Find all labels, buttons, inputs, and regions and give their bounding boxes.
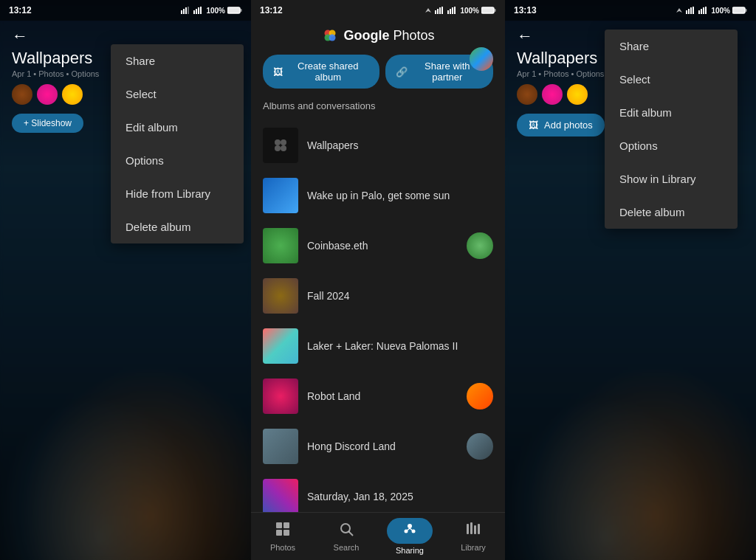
create-shared-album-button[interactable]: 🖼 Create shared album xyxy=(263,55,379,89)
svg-rect-4 xyxy=(193,10,195,14)
nav-item-library[interactable]: Library xyxy=(441,521,505,552)
google-text: Google Photos xyxy=(343,28,434,44)
svg-rect-29 xyxy=(284,522,289,528)
album-item-wallpapers[interactable]: Wallpapers xyxy=(251,120,505,170)
svg-rect-47 xyxy=(703,7,704,14)
add-photos-icon: 🖼 xyxy=(529,120,538,131)
action-buttons-row: 🖼 Create shared album 🔗 Share with partn… xyxy=(263,52,493,94)
svg-rect-6 xyxy=(198,7,199,14)
svg-rect-46 xyxy=(701,9,702,14)
album-item-4[interactable]: Laker + Laker: Nueva Palomas II xyxy=(251,321,505,371)
album-badge-2 xyxy=(467,232,493,259)
right-status-bar: 13:13 100% xyxy=(505,0,756,21)
svg-point-26 xyxy=(275,145,281,151)
svg-rect-5 xyxy=(196,9,197,14)
google-photos-logo: Google Photos xyxy=(263,21,493,52)
svg-rect-3 xyxy=(188,7,189,14)
album-name-3: Fall 2024 xyxy=(307,290,493,302)
slideshow-button[interactable]: + Slideshow xyxy=(12,114,83,133)
album-thumb-5 xyxy=(263,378,298,414)
right-menu-select[interactable]: Select xyxy=(605,63,738,96)
album-badge-5 xyxy=(467,383,493,409)
nav-item-photos[interactable]: Photos xyxy=(251,521,315,552)
center-status-bar: 13:12 100% xyxy=(251,0,505,21)
svg-rect-9 xyxy=(241,9,242,12)
svg-rect-7 xyxy=(200,7,202,14)
svg-rect-50 xyxy=(746,9,747,12)
svg-rect-41 xyxy=(686,10,687,14)
svg-rect-42 xyxy=(688,9,690,14)
svg-rect-15 xyxy=(450,9,451,14)
svg-rect-43 xyxy=(690,7,692,14)
svg-rect-44 xyxy=(693,7,694,14)
svg-rect-18 xyxy=(481,7,494,13)
right-dropdown-menu: Share Select Edit album Options Show in … xyxy=(605,30,738,229)
album-name-1: Wake up in Palo, get some sun xyxy=(307,190,493,201)
svg-rect-40 xyxy=(478,524,480,534)
right-avatar-1 xyxy=(517,84,537,105)
svg-point-24 xyxy=(275,139,281,145)
album-item-5[interactable]: Robot Land xyxy=(251,371,505,421)
photos-nav-icon xyxy=(275,521,291,541)
left-menu-select[interactable]: Select xyxy=(111,77,244,111)
create-album-icon: 🖼 xyxy=(273,66,283,77)
left-status-bar: 13:12 100% xyxy=(0,0,251,21)
avatar-1 xyxy=(12,84,32,105)
album-name-6: Hong Discord Land xyxy=(307,440,458,452)
left-menu-options[interactable]: Options xyxy=(111,144,244,177)
left-menu-delete-album[interactable]: Delete album xyxy=(111,210,244,243)
svg-rect-30 xyxy=(276,530,282,536)
svg-rect-8 xyxy=(227,7,240,13)
svg-rect-1 xyxy=(183,9,185,14)
svg-point-27 xyxy=(281,145,286,151)
svg-point-25 xyxy=(281,139,286,145)
album-item-3[interactable]: Fall 2024 xyxy=(251,271,505,321)
right-menu-show-library[interactable]: Show in Library xyxy=(605,162,738,196)
library-nav-icon xyxy=(465,521,481,541)
sharing-nav-icon xyxy=(387,518,433,544)
left-menu-hide-library[interactable]: Hide from Library xyxy=(111,177,244,210)
add-photos-button[interactable]: 🖼 Add photos xyxy=(517,114,605,136)
nav-item-search[interactable]: Search xyxy=(315,521,378,552)
album-item-2[interactable]: Coinbase.eth xyxy=(251,221,505,271)
center-status-icons: 100% xyxy=(424,7,496,15)
svg-rect-28 xyxy=(276,522,282,528)
album-thumb-2 xyxy=(263,228,298,263)
album-list: Wallpapers Wake up in Palo, get some sun… xyxy=(251,120,505,525)
svg-rect-39 xyxy=(474,525,476,534)
left-status-time: 13:12 xyxy=(9,5,32,15)
right-menu-share[interactable]: Share xyxy=(605,30,738,63)
add-photos-label: Add photos xyxy=(544,120,593,131)
bottom-nav: Photos Search Sharing Library xyxy=(251,512,505,560)
album-item-6[interactable]: Hong Discord Land xyxy=(251,421,505,471)
nav-label-search: Search xyxy=(334,543,360,552)
right-menu-options[interactable]: Options xyxy=(605,129,738,162)
svg-rect-13 xyxy=(441,7,443,14)
right-menu-delete-album[interactable]: Delete album xyxy=(605,196,738,229)
right-avatar-2 xyxy=(542,84,563,105)
svg-rect-19 xyxy=(495,9,496,12)
right-phone-panel: 13:13 100% ← Wallpapers Apr 1 • Photos •… xyxy=(505,0,756,560)
search-nav-icon xyxy=(338,521,354,541)
album-name-wallpapers: Wallpapers xyxy=(307,139,493,151)
create-album-label: Create shared album xyxy=(287,61,369,83)
share-partner-icon: 🔗 xyxy=(396,66,408,77)
center-header: Google Photos 🖼 Create shared album 🔗 Sh… xyxy=(251,21,505,120)
right-avatar-3 xyxy=(567,84,588,105)
album-item-1[interactable]: Wake up in Palo, get some sun xyxy=(251,170,505,221)
avatar-2 xyxy=(37,84,58,105)
album-thumb-1 xyxy=(263,178,298,213)
album-name-2: Coinbase.eth xyxy=(307,240,458,252)
nav-item-sharing[interactable]: Sharing xyxy=(378,518,441,555)
right-menu-edit-album[interactable]: Edit album xyxy=(605,96,738,129)
avatar-3 xyxy=(62,84,83,105)
left-menu-share[interactable]: Share xyxy=(111,44,244,77)
user-avatar[interactable] xyxy=(470,47,493,71)
left-phone-panel: 13:12 100% ← Wallpapers Apr 1 • Photos •… xyxy=(0,0,251,560)
svg-rect-37 xyxy=(467,524,469,534)
svg-rect-16 xyxy=(452,7,453,14)
svg-rect-12 xyxy=(439,7,441,14)
album-thumb-4 xyxy=(263,328,298,364)
album-name-4: Laker + Laker: Nueva Palomas II xyxy=(307,340,493,352)
left-menu-edit-album[interactable]: Edit album xyxy=(111,111,244,144)
